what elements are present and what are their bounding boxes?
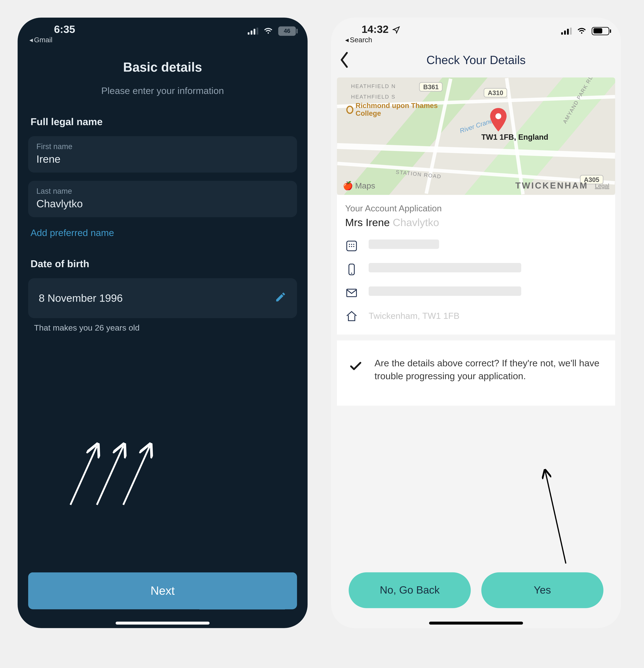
- navbar: Check Your Details: [331, 46, 621, 74]
- location-arrow-icon: [392, 26, 400, 34]
- confirm-buttons: No, Go Back Yes: [349, 573, 603, 608]
- home-icon: [345, 310, 358, 323]
- wifi-icon: [263, 26, 274, 36]
- map-preview[interactable]: HEATHFIELD N HEATHFIELD S STATION ROAD A…: [337, 77, 615, 195]
- applicant-name: Mrs Irene Chavlytko: [345, 217, 607, 229]
- yes-button[interactable]: Yes: [481, 573, 603, 608]
- confirm-card: Are the details above correct? If they'r…: [337, 340, 615, 406]
- battery-icon: 46: [278, 26, 296, 35]
- page-subtitle: Please enter your information: [18, 86, 308, 96]
- map-legal-link[interactable]: Legal: [595, 183, 609, 189]
- age-caption: That makes you 26 years old: [34, 323, 308, 332]
- road-badge: A310: [484, 88, 507, 97]
- calendar-grid-icon: [345, 240, 358, 253]
- svg-line-2: [123, 446, 150, 505]
- detail-row-email: [345, 286, 607, 299]
- map-pin-label: TW1 1FB, England: [481, 133, 548, 141]
- last-name-value: Chavlytko: [36, 198, 289, 210]
- svg-point-12: [351, 273, 352, 274]
- full-name-section-label: Full legal name: [31, 116, 295, 128]
- phone-icon: [345, 263, 358, 276]
- map-city-label: TWICKENHAM: [515, 180, 588, 191]
- back-triangle-icon: ◂: [345, 36, 349, 44]
- edit-pencil-icon[interactable]: [275, 291, 287, 305]
- signal-icon: [248, 27, 258, 34]
- svg-point-6: [351, 244, 352, 245]
- svg-point-3: [495, 113, 501, 119]
- redacted-text: [369, 263, 521, 272]
- back-triangle-icon: ◂: [29, 36, 33, 44]
- status-time: 6:35: [29, 24, 75, 36]
- annotation-arrow-icon: [537, 467, 578, 569]
- road-badge: B361: [419, 82, 443, 92]
- status-back-app[interactable]: ◂ Search: [343, 36, 372, 44]
- status-bar: 6:35 ◂ Gmail 46: [18, 18, 308, 42]
- status-back-app[interactable]: ◂ Gmail: [29, 36, 52, 44]
- street-label: HEATHFIELD N: [351, 84, 396, 89]
- add-preferred-name-link[interactable]: Add preferred name: [31, 228, 114, 238]
- map-poi: Richmond upon Thames College: [346, 102, 440, 118]
- svg-point-10: [353, 246, 354, 247]
- first-name-field[interactable]: First name Irene: [28, 136, 297, 172]
- redacted-text: [369, 240, 439, 249]
- svg-point-7: [353, 244, 354, 245]
- card-section-label: Your Account Application: [345, 203, 607, 213]
- last-name-field[interactable]: Last name Chavlytko: [28, 181, 297, 217]
- svg-rect-13: [347, 289, 356, 297]
- detail-row-dob: [345, 240, 607, 253]
- svg-point-5: [349, 244, 350, 245]
- no-go-back-button[interactable]: No, Go Back: [349, 573, 471, 608]
- redacted-text: [369, 286, 521, 296]
- confirm-text: Are the details above correct? If they'r…: [374, 357, 603, 382]
- apple-logo-icon: 🍎: [343, 181, 353, 190]
- screenshot-left: 6:35 ◂ Gmail 46 Basic details Please ent…: [18, 18, 308, 628]
- check-icon: [349, 359, 363, 373]
- signal-icon: [561, 27, 572, 34]
- detail-row-address: Twickenham, TW1 1FB: [345, 310, 607, 323]
- address-text: Twickenham, TW1 1FB: [369, 310, 460, 321]
- svg-point-8: [349, 246, 350, 247]
- annotation-arrows-icon: [64, 440, 164, 513]
- map-provider-badge: 🍎 Maps: [343, 181, 375, 190]
- poi-dot-icon: [346, 106, 353, 114]
- svg-line-0: [71, 446, 97, 505]
- dob-value: 8 November 1996: [39, 292, 123, 304]
- last-name-label: Last name: [36, 187, 289, 196]
- back-button[interactable]: [339, 52, 350, 71]
- screenshot-right: 14:32 ◂ Search Check Your Details HEATHF…: [331, 18, 621, 628]
- first-name-label: First name: [36, 142, 289, 151]
- dob-field[interactable]: 8 November 1996: [28, 278, 297, 318]
- account-details-card: Your Account Application Mrs Irene Chavl…: [337, 195, 615, 335]
- first-name-value: Irene: [36, 153, 289, 166]
- mail-icon: [345, 286, 358, 299]
- status-time: 14:32: [343, 24, 400, 36]
- page-title: Basic details: [18, 60, 308, 75]
- svg-line-14: [546, 471, 566, 564]
- dob-section-label: Date of birth: [31, 258, 295, 270]
- svg-point-9: [351, 246, 352, 247]
- next-button[interactable]: Next: [28, 573, 297, 609]
- navbar-title: Check Your Details: [427, 53, 526, 67]
- map-pin-icon: [490, 108, 507, 134]
- battery-icon: [592, 27, 609, 35]
- home-indicator: [429, 622, 523, 625]
- detail-row-phone: [345, 263, 607, 276]
- wifi-icon: [577, 26, 587, 36]
- home-indicator: [116, 622, 210, 625]
- status-bar: 14:32 ◂ Search: [331, 18, 621, 42]
- street-label: HEATHFIELD S: [351, 94, 396, 100]
- svg-line-1: [97, 446, 123, 505]
